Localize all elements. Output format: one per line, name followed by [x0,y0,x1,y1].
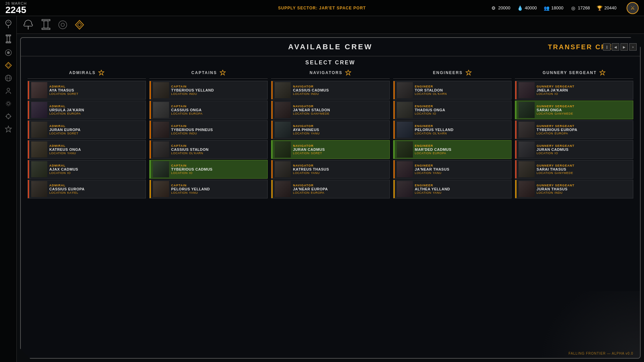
table-row[interactable]: ENGINEER MAR'DED CADMUS LOCATIONEUROPA [393,140,512,159]
card-indicator [271,101,273,119]
table-row[interactable]: ADMIRAL CASSIUS EUROPA LOCATIONKA'FEL [28,180,146,198]
crew-location: LOCATIONYANU [49,152,146,155]
table-row[interactable]: NAVIGATOR JA'NEAR STALDON LOCATIONGANYME… [271,101,389,119]
card-indicator [515,160,517,178]
table-row[interactable]: NAVIGATOR JA'NEAR EUROPA LOCATIONEUROPA [271,180,389,198]
icon-tree-top[interactable] [22,19,34,31]
table-row[interactable]: GUNNERY SERGEANT SARAI ONGA LOCATIONGANY… [515,101,633,119]
card-indicator [393,101,395,119]
sidebar-icon-crosshair[interactable] [5,113,12,120]
crew-name: JURAN THASUS [537,187,633,191]
card-indicator [28,101,29,119]
table-row[interactable]: NAVIGATOR KATREUS THASUS LOCATIONYANU [271,160,389,179]
crew-info: ADMIRAL KATREUS ONGA LOCATIONYANU [49,144,146,155]
table-row[interactable]: ADMIRAL JURAN EUROPA LOCATIONSORET [28,120,146,139]
crew-role: CAPTAIN [171,164,267,167]
crew-location: LOCATIONEUROPA [537,132,633,135]
table-row[interactable]: GUNNERY SERGEANT JURAN CADMUS LOCATIONIO [515,140,633,159]
table-row[interactable]: ADMIRAL AYA THASUS LOCATIONSORET [28,81,146,100]
crew-location: LOCATIONSORET [49,92,146,96]
crew-name: PELORUS YELLAND [171,187,267,191]
icon-pillar-top[interactable] [41,19,51,31]
engineers-column: ENGINEERS ENGINEER TOR STALDON LOCATIONO… [393,68,512,284]
table-row[interactable]: ENGINEER JA'NEAR THASUS LOCATIONYANU [393,160,512,179]
table-row[interactable]: ENGINEER PELORUS YELLAND LOCATIONOL'KARN [393,120,512,139]
sidebar-icon-circle[interactable] [5,49,12,56]
sidebar-icon-diamond[interactable] [5,62,12,69]
crew-location: LOCATIONIO [171,171,267,175]
crew-info: CAPTAIN TYBERIOUS CADMUS LOCATIONIO [171,164,267,175]
table-row[interactable]: ENGINEER TOR STALDON LOCATIONOL'KARN [393,81,512,100]
crew-info: NAVIGATOR CASSIUS CADMUS LOCATIONINDU [293,85,389,96]
table-row[interactable]: CAPTAIN TYBERIOUS CADMUS LOCATIONIO [149,160,268,179]
table-row[interactable]: GUNNERY SERGEANT TYBERIOUS EUROPA LOCATI… [515,120,633,139]
crew-location: LOCATIONKA'FEL [49,191,146,194]
sidebar-icon-pillar[interactable] [5,34,12,44]
crew-role: GUNNERY SERGEANT [537,164,633,167]
engineers-title: ENGINEERS [433,70,463,75]
captains-title: CAPTAINS [192,70,217,75]
crew-name: TYBERIOUS YELLAND [171,88,267,92]
crew-info: ADMIRAL JURAN EUROPA LOCATIONSORET [49,124,146,135]
sidebar-icon-gear[interactable] [5,100,12,107]
resource-water: 💧 40000 [517,5,537,11]
panel-next-button[interactable]: ▶ [621,43,628,51]
table-row[interactable]: GUNNERY SERGEANT JURAN THASUS LOCATIONIN… [515,180,633,198]
table-row[interactable]: CAPTAIN CASSIUS ONGA LOCATIONEUROPA [149,101,268,119]
table-row[interactable]: NAVIGATOR CASSIUS CADMUS LOCATIONINDU [271,81,389,100]
sidebar-icon-globe[interactable] [5,74,12,82]
resource-crew: 👥 18000 [544,5,564,11]
icon-orb-top[interactable] [58,20,68,30]
crew-icon: 👥 [544,5,550,11]
crew-name: JNELA JA'KARN [537,88,633,92]
sidebar-icon-tree[interactable] [4,19,13,29]
table-row[interactable]: ENGINEER THADIUS ONGA LOCATIONIO [393,101,512,119]
supply-sector: SUPPLY SECTOR: JAR'ET SPACE PORT [278,6,366,10]
card-indicator [393,180,395,198]
card-indicator [393,140,395,159]
table-row[interactable]: ADMIRAL URSULA JA'KARN LOCATIONEUROPA [28,101,146,119]
crew-role: ADMIRAL [49,105,146,108]
panel-pause-button[interactable]: ‖ [603,43,610,51]
crew-role: GUNNERY SERGEANT [537,85,633,88]
table-row[interactable]: CAPTAIN TYBERIOUS YELLAND LOCATIONINDU [149,81,268,100]
table-row[interactable]: GUNNERY SERGEANT SARAI THASUS LOCATIONGA… [515,160,633,179]
panel-prev-button[interactable]: ◀ [612,43,619,51]
crew-portrait [153,141,169,158]
navigators-column: NAVIGATORS NAVIGATOR CASSIUS CADMUS LOCA… [271,68,389,284]
panel-expand-button[interactable]: » [629,43,637,51]
sidebar-icon-person[interactable] [5,87,12,95]
table-row[interactable]: NAVIGATOR AYA PHINEUS LOCATIONYANU [271,120,389,139]
admirals-title: ADMIRALS [69,70,96,75]
table-row[interactable]: NAVIGATOR JURAN CADMUS LOCATIONSORET [271,140,389,159]
crew-name: CASSIUS STALDON [171,147,267,152]
crew-portrait [275,82,291,98]
crew-role: CAPTAIN [171,144,267,147]
crew-portrait [31,141,47,158]
table-row[interactable]: CAPTAIN CASSIUS STALDON LOCATIONOL'KARN [149,140,268,159]
select-crew-title: SELECT CREW [21,56,640,68]
table-row[interactable]: CAPTAIN PELORUS YELLAND LOCATIONYANU [149,180,268,198]
card-indicator [28,121,29,139]
card-indicator [515,140,517,159]
table-row[interactable]: ENGINEER ALTHEA YELLAND LOCATIONYANU [393,180,512,198]
table-row[interactable]: ADMIRAL KATREUS ONGA LOCATIONYANU [28,140,146,159]
sidebar-icon-star[interactable] [5,125,12,133]
card-indicator [271,180,273,198]
table-row[interactable]: ADMIRAL AJAX CADMUS LOCATIONIO [28,160,146,179]
navigators-icon [345,70,351,76]
card-indicator [515,121,517,139]
svg-marker-8 [7,64,10,67]
table-row[interactable]: GUNNERY SERGEANT JNELA JA'KARN LOCATIONI… [515,81,633,100]
crew-name: JA'NEAR THASUS [415,167,511,171]
svg-point-26 [61,23,64,26]
crew-role: ENGINEER [415,124,511,128]
icon-diamond-top[interactable] [74,20,85,30]
gunnery-icon [599,70,605,76]
credits-icon: ◎ [570,5,576,11]
table-row[interactable]: CAPTAIN TYBERIOUS PHINEUS LOCATIONINDU [149,120,268,139]
card-indicator [515,101,517,119]
player-avatar[interactable]: ⚔ [627,2,639,14]
crew-info: GUNNERY SERGEANT JURAN THASUS LOCATIONIN… [537,184,633,194]
crew-portrait [397,122,413,138]
